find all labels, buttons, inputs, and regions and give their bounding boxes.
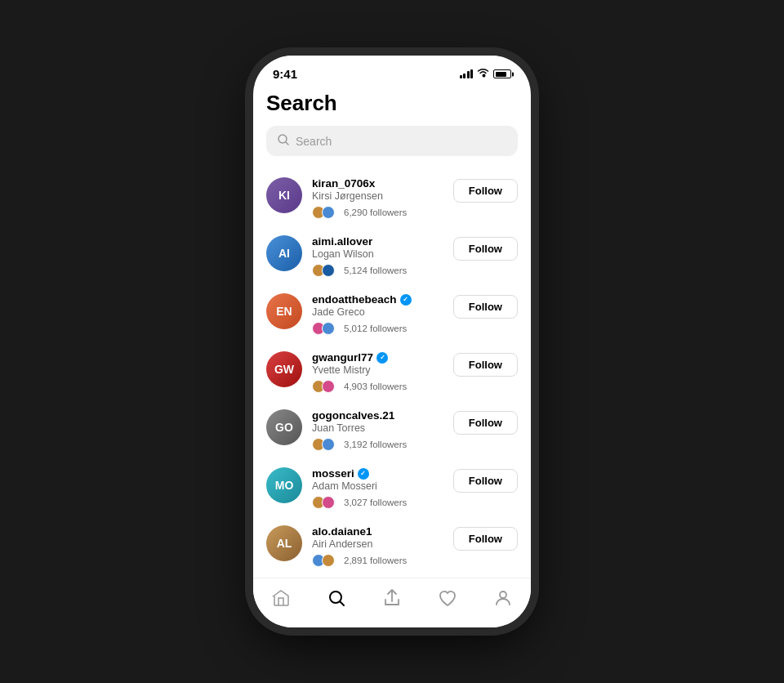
username: gogoncalves.21 — [312, 409, 394, 422]
search-placeholder: Search — [296, 135, 332, 148]
real-name: Airi Andersen — [312, 538, 447, 550]
verified-badge — [358, 468, 369, 480]
follower-avatars — [312, 264, 335, 277]
svg-line-3 — [341, 602, 345, 606]
follower-avatar — [322, 206, 335, 219]
follower-avatar — [322, 322, 335, 335]
followers-count: 2,891 followers — [344, 556, 407, 565]
phone-frame: 9:41 Search — [253, 56, 531, 627]
followers-count: 3,027 followers — [344, 498, 407, 507]
follow-button[interactable]: Follow — [453, 469, 518, 493]
followers-row: 5,012 followers — [312, 322, 447, 335]
follow-button[interactable]: Follow — [453, 179, 518, 203]
username-row: gwangurl77 — [312, 351, 447, 364]
user-item: KIkiran_0706xKirsi Jørgensen6,290 follow… — [266, 169, 518, 227]
followers-row: 2,891 followers — [312, 554, 447, 567]
username: aimi.allover — [312, 235, 372, 248]
follower-avatars — [312, 438, 335, 451]
avatar: KI — [266, 177, 302, 213]
user-item: ALalo.daiane1Airi Andersen2,891 follower… — [266, 517, 518, 575]
real-name: Kirsi Jørgensen — [312, 190, 447, 202]
home-icon — [271, 588, 291, 611]
followers-row: 3,027 followers — [312, 496, 447, 509]
nav-share[interactable] — [382, 588, 402, 611]
status-time: 9:41 — [273, 67, 297, 81]
followers-count: 5,124 followers — [344, 266, 407, 275]
status-icons — [460, 68, 512, 80]
username: alo.daiane1 — [312, 525, 372, 538]
avatar: MO — [266, 467, 302, 503]
avatar: EN — [266, 293, 302, 329]
follow-button[interactable]: Follow — [453, 411, 518, 435]
status-bar: 9:41 — [253, 56, 531, 84]
real-name: Juan Torres — [312, 422, 447, 434]
user-info: gwangurl77Yvette Mistry4,903 followers — [312, 351, 447, 393]
wifi-icon — [477, 68, 489, 80]
username: gwangurl77 — [312, 351, 373, 364]
bottom-nav — [253, 578, 531, 627]
user-item: ENendoatthebeachJade Greco5,012 follower… — [266, 285, 518, 343]
username-row: aimi.allover — [312, 235, 447, 248]
user-item: GOgogoncalves.21Juan Torres3,192 followe… — [266, 401, 518, 459]
follow-button[interactable]: Follow — [453, 527, 518, 551]
svg-point-4 — [500, 591, 506, 598]
follower-avatar — [322, 380, 335, 393]
real-name: Jade Greco — [312, 306, 447, 318]
user-info: gogoncalves.21Juan Torres3,192 followers — [312, 409, 447, 451]
follower-avatar — [322, 264, 335, 277]
real-name: Adam Mosseri — [312, 480, 447, 492]
search-icon — [327, 588, 346, 611]
search-bar[interactable]: Search — [266, 126, 518, 156]
username: kiran_0706x — [312, 177, 375, 190]
user-item: GWgwangurl77Yvette Mistry4,903 followers… — [266, 343, 518, 401]
real-name: Yvette Mistry — [312, 364, 447, 376]
user-info: endoatthebeachJade Greco5,012 followers — [312, 293, 447, 335]
signal-icon — [460, 69, 474, 78]
search-bar-icon — [278, 134, 289, 148]
followers-row: 6,290 followers — [312, 206, 447, 219]
page-title: Search — [266, 91, 518, 116]
username-row: alo.daiane1 — [312, 525, 447, 538]
follow-button[interactable]: Follow — [453, 295, 518, 319]
followers-row: 3,192 followers — [312, 438, 447, 451]
follower-avatar — [322, 554, 335, 567]
username-row: gogoncalves.21 — [312, 409, 447, 422]
user-item: AIaimi.alloverLogan Wilson5,124 follower… — [266, 227, 518, 285]
heart-icon — [438, 588, 457, 611]
followers-count: 4,903 followers — [344, 382, 407, 391]
username-row: kiran_0706x — [312, 177, 447, 190]
profile-icon — [493, 588, 513, 611]
follower-avatars — [312, 496, 335, 509]
username: endoatthebeach — [312, 293, 397, 306]
nav-profile[interactable] — [493, 588, 513, 611]
verified-badge — [376, 352, 388, 364]
nav-likes[interactable] — [438, 588, 457, 611]
follow-button[interactable]: Follow — [453, 353, 518, 377]
user-info: alo.daiane1Airi Andersen2,891 followers — [312, 525, 447, 567]
svg-line-1 — [286, 142, 288, 145]
followers-count: 6,290 followers — [344, 208, 407, 217]
followers-row: 5,124 followers — [312, 264, 447, 277]
nav-home[interactable] — [271, 588, 291, 611]
app-content: Search Search KIkiran_0706xKirsi Jørgens… — [253, 84, 531, 578]
follow-button[interactable]: Follow — [453, 237, 518, 261]
follower-avatars — [312, 322, 335, 335]
followers-row: 4,903 followers — [312, 380, 447, 393]
nav-search[interactable] — [327, 588, 346, 611]
user-info: kiran_0706xKirsi Jørgensen6,290 follower… — [312, 177, 447, 219]
avatar: GW — [266, 351, 302, 387]
follower-avatar — [322, 438, 335, 451]
followers-count: 5,012 followers — [344, 324, 407, 333]
username-row: endoatthebeach — [312, 293, 447, 306]
username-row: mosseri — [312, 467, 447, 480]
real-name: Logan Wilson — [312, 248, 447, 260]
user-item: MOmosseriAdam Mosseri3,027 followersFoll… — [266, 459, 518, 517]
follower-avatars — [312, 380, 335, 393]
username: mosseri — [312, 467, 354, 480]
verified-badge — [400, 294, 412, 306]
followers-count: 3,192 followers — [344, 440, 407, 449]
follower-avatars — [312, 206, 335, 219]
avatar: AL — [266, 525, 302, 561]
avatar: AI — [266, 235, 302, 271]
user-info: mosseriAdam Mosseri3,027 followers — [312, 467, 447, 509]
